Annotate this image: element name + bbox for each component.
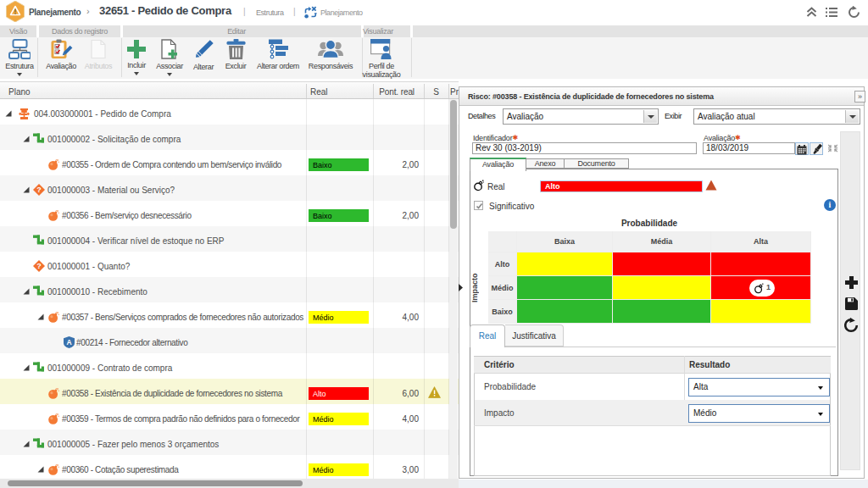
- svg-text:?: ?: [36, 186, 42, 194]
- svg-text:?: ?: [36, 262, 42, 270]
- svg-text:A: A: [66, 338, 71, 347]
